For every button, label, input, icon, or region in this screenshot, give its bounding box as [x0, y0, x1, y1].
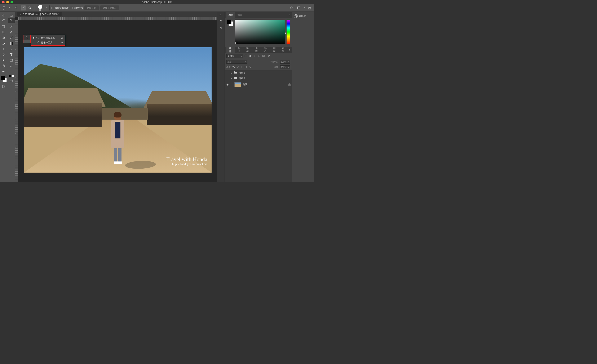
- eraser-tool[interactable]: [0, 41, 7, 46]
- maximize-window-button[interactable]: [10, 1, 13, 3]
- pen-tool[interactable]: [0, 52, 7, 57]
- lock-artboard-icon[interactable]: [244, 66, 247, 69]
- lock-icon[interactable]: [288, 83, 291, 86]
- svg-point-17: [10, 65, 12, 67]
- checkbox-icon: [70, 7, 73, 9]
- brush-shape-icon: [38, 5, 42, 9]
- layer-item[interactable]: ▶ 群組 2: [225, 76, 292, 81]
- history-brush-tool[interactable]: [8, 35, 15, 40]
- ruler-vertical[interactable]: 0123456789: [15, 20, 18, 182]
- blend-mode-select[interactable]: 正常▼: [227, 60, 247, 64]
- ruler-horizontal[interactable]: [18, 17, 217, 20]
- dropdown-arrow-icon[interactable]: ▼: [46, 7, 48, 9]
- filter-smart-icon[interactable]: [262, 54, 265, 58]
- layer-item[interactable]: 背景: [225, 81, 292, 88]
- search-icon[interactable]: [289, 5, 294, 10]
- svg-point-4: [290, 7, 292, 9]
- workspace-icon[interactable]: [296, 5, 301, 10]
- visibility-icon[interactable]: [226, 77, 229, 80]
- swatches-tab[interactable]: 色票: [236, 12, 244, 18]
- flyout-item-magic-wand[interactable]: 魔術棒工具 W: [31, 40, 64, 45]
- select-and-mask-button[interactable]: 選取並遮住...: [100, 5, 119, 10]
- mini-swatches[interactable]: [8, 75, 14, 77]
- panel-foreground[interactable]: [227, 20, 231, 24]
- opacity-value[interactable]: 100%▼: [280, 60, 290, 64]
- panel-menu-icon[interactable]: ≡: [289, 13, 290, 16]
- close-window-button[interactable]: [2, 1, 5, 3]
- dropdown-arrow-icon[interactable]: ▼: [9, 7, 10, 9]
- color-tab[interactable]: 顏色: [227, 12, 235, 18]
- hue-slider[interactable]: [287, 20, 290, 44]
- fill-value[interactable]: 100%▼: [280, 65, 290, 69]
- sample-all-layers-option[interactable]: 取樣全部圖層: [51, 6, 69, 9]
- svg-rect-14: [10, 42, 13, 45]
- color-field[interactable]: [235, 20, 285, 44]
- layer-item[interactable]: ▶ 群組 1: [225, 70, 292, 76]
- blur-tool[interactable]: [0, 46, 7, 52]
- move-tool[interactable]: [0, 12, 7, 18]
- panel-color-swatches[interactable]: [227, 20, 233, 26]
- more-tools[interactable]: •••: [0, 69, 7, 74]
- lock-transparency-icon[interactable]: [233, 66, 236, 69]
- select-subject-button[interactable]: 選取主體: [84, 5, 99, 10]
- gradient-tool[interactable]: [8, 41, 15, 46]
- screen-mode-tool[interactable]: [8, 78, 15, 84]
- ruler-labels: 0123456789: [16, 20, 16, 160]
- flyout-item-quick-select[interactable]: 快速選取工具 W: [31, 36, 64, 40]
- brush-preview[interactable]: 63: [36, 5, 44, 11]
- eyedropper-tool[interactable]: [8, 24, 15, 29]
- share-icon[interactable]: [307, 5, 312, 10]
- expand-arrow-icon[interactable]: ▶: [231, 72, 232, 74]
- type-tool[interactable]: T: [8, 52, 15, 57]
- filter-type-icon[interactable]: T: [253, 54, 257, 58]
- clone-stamp-tool[interactable]: [0, 35, 7, 40]
- cc-library-button[interactable]: 資料庫: [292, 13, 314, 19]
- add-selection-button[interactable]: [21, 5, 26, 10]
- path-select-tool[interactable]: [0, 58, 7, 63]
- brush-tool[interactable]: [8, 29, 15, 35]
- hand-tool[interactable]: [0, 63, 7, 69]
- glyphs-panel-icon[interactable]: A: [220, 26, 222, 29]
- panel-menu-icon[interactable]: ≡: [289, 49, 290, 51]
- dropdown-arrow-icon[interactable]: ▼: [303, 7, 305, 9]
- paragraph-panel-icon[interactable]: ¶: [220, 20, 222, 23]
- filter-image-icon[interactable]: [244, 54, 248, 58]
- lock-paint-icon[interactable]: [236, 66, 239, 69]
- divider: [12, 5, 12, 10]
- lasso-tool[interactable]: [0, 18, 7, 23]
- expand-arrow-icon[interactable]: ▶: [231, 77, 232, 80]
- layer-name[interactable]: 群組 1: [239, 71, 245, 75]
- svg-rect-32: [245, 66, 247, 68]
- dodge-tool[interactable]: [8, 46, 15, 52]
- character-panel-icon[interactable]: A|: [220, 13, 222, 17]
- layer-name[interactable]: 背景: [243, 83, 247, 86]
- document-tab[interactable]: × DSC07741.psd @ 66.7% (RGB/8) *: [17, 12, 62, 16]
- svg-point-0: [3, 7, 5, 8]
- visibility-icon[interactable]: [226, 72, 229, 75]
- lock-position-icon[interactable]: [241, 66, 244, 69]
- minimize-window-button[interactable]: [6, 1, 9, 3]
- layer-filter-select[interactable]: 種類 ▼: [227, 54, 243, 58]
- filter-adjust-icon[interactable]: [248, 54, 252, 58]
- layer-name[interactable]: 群組 2: [239, 77, 245, 80]
- healing-brush-tool[interactable]: [0, 29, 7, 35]
- filter-toggle-icon[interactable]: [267, 54, 271, 58]
- auto-enhance-option[interactable]: 自動增強: [70, 6, 83, 9]
- watermark-title: Travel with Honda: [166, 156, 207, 163]
- quick-mask-tool[interactable]: [0, 84, 7, 89]
- color-swatches[interactable]: [1, 76, 7, 82]
- marquee-tool[interactable]: [8, 12, 15, 18]
- rectangle-tool[interactable]: [8, 58, 15, 63]
- lock-all-icon[interactable]: [248, 66, 251, 69]
- filter-shape-icon[interactable]: [257, 54, 261, 58]
- subtract-selection-button[interactable]: [27, 5, 32, 10]
- crop-tool[interactable]: [0, 24, 7, 29]
- new-selection-button[interactable]: [14, 5, 19, 10]
- zoom-tool[interactable]: [8, 63, 15, 69]
- current-tool-icon[interactable]: [2, 5, 7, 10]
- visibility-icon[interactable]: [226, 83, 229, 86]
- foreground-color[interactable]: [1, 76, 5, 80]
- svg-rect-16: [10, 59, 13, 61]
- tab-close-icon[interactable]: ×: [20, 13, 21, 15]
- quick-select-tool[interactable]: [8, 18, 15, 23]
